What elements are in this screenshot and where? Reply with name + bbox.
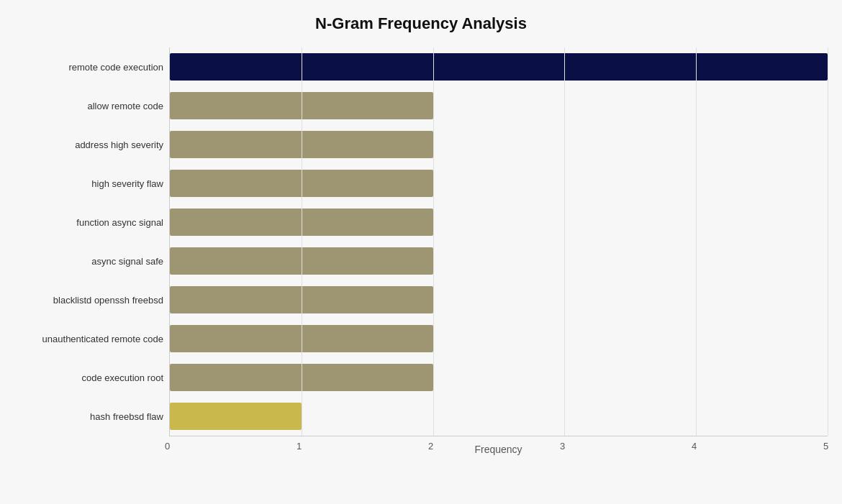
grid-line — [302, 47, 302, 436]
bar — [170, 403, 302, 430]
chart-title: N-Gram Frequency Analysis — [14, 14, 828, 33]
chart-container: N-Gram Frequency Analysis remote code ex… — [0, 0, 842, 504]
bar-row — [170, 319, 828, 358]
grid-line — [696, 47, 697, 436]
y-label: code execution root — [82, 359, 163, 398]
bar-row — [170, 47, 828, 86]
y-label: hash freebsd flaw — [90, 398, 163, 436]
bar-row — [170, 397, 828, 436]
x-tick: 5 — [823, 441, 828, 452]
y-label: unauthenticated remote code — [42, 320, 163, 359]
x-tick: 4 — [692, 441, 697, 452]
x-tick: 3 — [560, 441, 565, 452]
bar — [170, 53, 828, 81]
y-axis: remote code executionallow remote codead… — [14, 47, 169, 436]
x-axis-label: Frequency — [169, 444, 828, 455]
grid-line — [433, 47, 434, 436]
grid-line — [564, 47, 565, 436]
bars-wrapper: remote code executionallow remote codead… — [14, 47, 828, 436]
y-label: blacklistd openssh freebsd — [53, 281, 163, 320]
chart-area: remote code executionallow remote codead… — [14, 47, 828, 436]
x-tick: 0 — [165, 441, 170, 452]
bar-row — [170, 203, 828, 242]
y-label: allow remote code — [88, 86, 164, 125]
y-label: address high severity — [75, 125, 163, 164]
y-label: remote code execution — [68, 47, 163, 86]
bar-row — [170, 125, 828, 164]
grid-line — [828, 47, 828, 436]
x-tick: 2 — [428, 441, 433, 452]
bar-row — [170, 358, 828, 397]
x-tick: 1 — [296, 441, 302, 452]
bar-row — [170, 242, 828, 280]
x-axis: 012345 — [169, 436, 828, 441]
bar-row — [170, 164, 828, 203]
y-label: async signal safe — [91, 242, 163, 280]
y-label: high severity flaw — [91, 164, 163, 203]
bar-row — [170, 280, 828, 319]
bar-row — [170, 86, 828, 125]
plot-area — [169, 47, 828, 436]
y-label: function async signal — [76, 203, 163, 242]
